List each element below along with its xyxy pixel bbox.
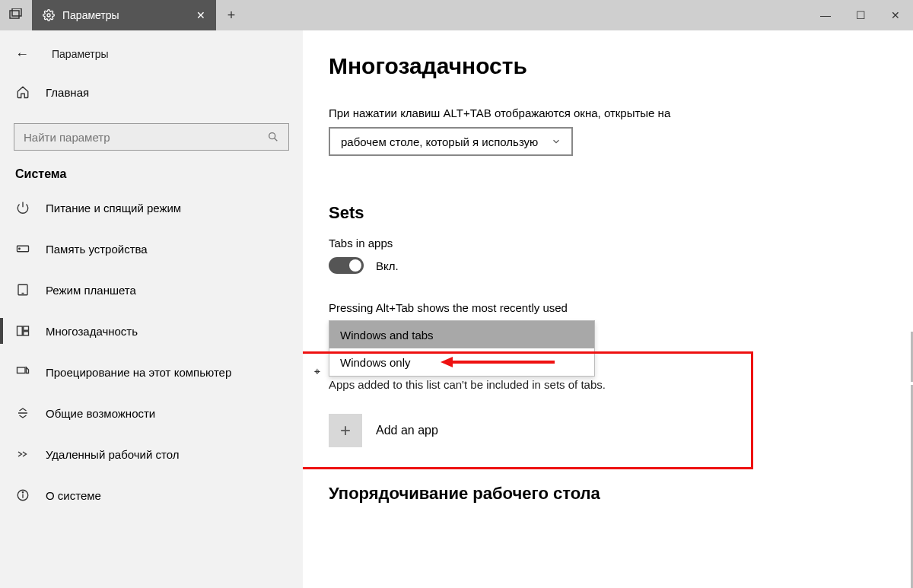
add-app-button[interactable]: + — [329, 414, 362, 447]
tabs-in-apps-label: Tabs in apps — [329, 237, 913, 250]
tabs-in-apps-toggle[interactable] — [329, 257, 364, 274]
dropdown-value: рабочем столе, который я использую — [341, 135, 538, 148]
svg-point-15 — [22, 492, 23, 493]
sidebar-item-remote[interactable]: Удаленный рабочий стол — [0, 434, 303, 475]
snap-heading: Упорядочивание рабочего стола — [329, 484, 913, 504]
home-icon — [15, 84, 30, 100]
breadcrumb: ← Параметры — [0, 37, 303, 72]
sidebar-item-label: Многозадачность — [46, 325, 138, 338]
sidebar-group: Система — [15, 167, 303, 181]
sidebar-item-storage[interactable]: Память устройства — [0, 228, 303, 269]
alttab-label: При нажатии клавиш ALT+TAB отображаются … — [329, 106, 913, 119]
sidebar-home-label: Главная — [46, 86, 89, 99]
svg-rect-12 — [17, 367, 26, 373]
search-box[interactable] — [14, 123, 289, 151]
power-icon — [15, 200, 30, 215]
multitask-icon — [15, 323, 30, 338]
storage-icon — [15, 241, 30, 256]
svg-rect-10 — [24, 326, 29, 330]
close-button[interactable]: ✕ — [878, 0, 913, 30]
back-icon[interactable]: ← — [15, 46, 29, 62]
maximize-button[interactable]: ☐ — [843, 0, 878, 30]
sidebar-item-label: Режим планшета — [46, 284, 136, 297]
toggle-state: Вкл. — [376, 259, 399, 272]
svg-rect-0 — [10, 11, 19, 18]
chevron-down-icon — [549, 134, 564, 149]
svg-rect-11 — [24, 332, 29, 335]
cursor-icon: ⌖ — [314, 365, 320, 378]
svg-marker-17 — [441, 357, 453, 367]
sidebar-item-label: Общие возможности — [46, 407, 155, 420]
svg-line-4 — [275, 138, 278, 141]
sidebar-item-label: О системе — [46, 489, 101, 502]
option-windows-and-tabs[interactable]: Windows and tabs — [329, 321, 594, 348]
sidebar-item-power[interactable]: Питание и спящий режим — [0, 187, 303, 228]
pressing-alttab-label: Pressing Alt+Tab shows the most recently… — [329, 301, 913, 314]
sidebar-item-shared[interactable]: Общие возможности — [0, 393, 303, 434]
sidebar-item-label: Память устройства — [46, 243, 148, 256]
page-title: Многозадачность — [329, 53, 913, 79]
svg-point-2 — [47, 14, 50, 17]
sidebar-item-label: Питание и спящий режим — [46, 202, 181, 215]
option-label: Windows and tabs — [340, 329, 434, 342]
tab-title: Параметры — [62, 9, 119, 21]
svg-rect-1 — [12, 8, 21, 16]
sidebar-item-project[interactable]: Проецирование на этот компьютер — [0, 351, 303, 393]
search-icon — [266, 129, 281, 145]
project-icon — [15, 364, 30, 380]
sidebar-home[interactable]: Главная — [0, 72, 303, 113]
tab-close-icon[interactable]: ✕ — [193, 9, 208, 21]
gear-icon — [41, 8, 56, 23]
svg-rect-9 — [17, 326, 23, 335]
sidebar-item-tablet[interactable]: Режим планшета — [0, 269, 303, 310]
minimize-button[interactable]: — — [808, 0, 843, 30]
task-view-icon[interactable] — [0, 0, 32, 30]
tablet-icon — [15, 282, 30, 297]
add-app-label: Add an app — [376, 424, 438, 437]
sidebar-item-about[interactable]: О системе — [0, 475, 303, 516]
annotation-arrow-icon — [441, 354, 555, 370]
tab-settings[interactable]: Параметры ✕ — [32, 0, 216, 30]
breadcrumb-title: Параметры — [52, 48, 109, 60]
titlebar: Параметры ✕ + — ☐ ✕ — [0, 0, 913, 30]
about-icon — [15, 488, 30, 503]
sidebar-item-label: Проецирование на этот компьютер — [46, 366, 231, 379]
pressing-alttab-dropdown[interactable]: Windows and tabs Windows only — [329, 320, 595, 377]
plus-icon: + — [340, 420, 351, 441]
sidebar-item-multitasking[interactable]: Многозадачность — [0, 310, 303, 351]
svg-point-3 — [269, 133, 275, 139]
sets-heading: Sets — [329, 203, 913, 223]
content: Многозадачность При нажатии клавиш ALT+T… — [303, 30, 913, 588]
excluded-apps-text: Apps added to this list can't be include… — [329, 378, 913, 391]
new-tab-button[interactable]: + — [216, 0, 247, 30]
sidebar-item-label: Удаленный рабочий стол — [46, 448, 179, 461]
window-controls: — ☐ ✕ — [808, 0, 913, 30]
option-windows-only[interactable]: Windows only — [329, 348, 594, 376]
svg-point-6 — [19, 248, 21, 250]
option-label: Windows only — [340, 356, 411, 369]
search-input[interactable] — [22, 130, 266, 145]
sidebar: ← Параметры Главная Система Питание и сп… — [0, 30, 303, 588]
search — [14, 123, 289, 151]
alttab-dropdown[interactable]: рабочем столе, который я использую — [329, 127, 573, 156]
remote-icon — [15, 447, 30, 462]
shared-icon — [15, 405, 30, 421]
